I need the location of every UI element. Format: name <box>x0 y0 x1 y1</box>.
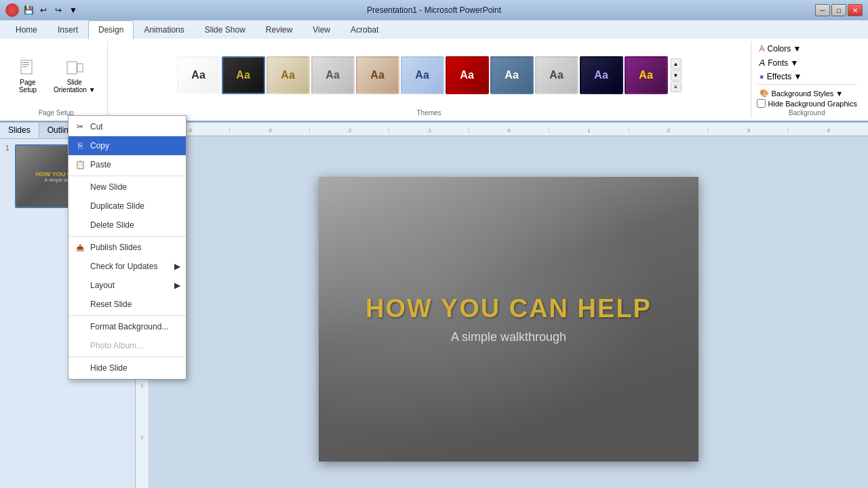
theme-opulent[interactable]: Aa <box>625 56 668 94</box>
background-content: A Colors ▼ A Fonts ▼ ● Effects ▼ 🎨 <box>757 43 857 108</box>
theme-apex[interactable]: Aa <box>222 56 265 94</box>
ctx-format-bg-label: Format Background... <box>90 322 168 331</box>
effects-label: Effects ▼ <box>767 72 802 81</box>
page-setup-button[interactable]: Page Setup <box>11 54 45 97</box>
ctx-photo-album: Photo Album... <box>68 336 186 355</box>
theme-scroll-buttons: ▲ ▼ ≡ <box>671 58 682 92</box>
ctx-hide-slide[interactable]: Hide Slide <box>68 359 186 378</box>
ctx-publish-label: Publish Slides <box>90 243 141 252</box>
theme-concourse[interactable]: Aa <box>311 56 355 94</box>
canvas-area[interactable]: HOW YOU CAN HELP A simple walkthrough <box>149 136 868 488</box>
ribbon-group-pagesetup: Page Setup Slide Orientation ▼ Page Setu… <box>5 41 108 118</box>
theme-median[interactable]: Aa <box>490 56 534 94</box>
slide-main-title[interactable]: HOW YOU CAN HELP <box>366 294 652 323</box>
slide-canvas[interactable]: HOW YOU CAN HELP A simple walkthrough <box>319 177 698 462</box>
theme-civic[interactable]: Aa <box>267 56 310 94</box>
quick-access-toolbar: 💾 ↩ ↪ ▼ <box>22 3 80 17</box>
fonts-label: Fonts ▼ <box>768 58 798 68</box>
orientation-label2: Orientation ▼ <box>54 86 96 94</box>
ctx-sep-3 <box>68 315 186 316</box>
ctx-reset[interactable]: Reset Slide <box>68 295 186 314</box>
tab-review[interactable]: Review <box>256 20 302 39</box>
bg-styles-icon: 🎨 <box>760 89 769 98</box>
app-body: Slides Outline ✕ 1 HOW YOU CAN HELP A si… <box>0 123 868 488</box>
bg-styles-label: Background Styles ▼ <box>772 89 844 98</box>
hide-bg-checkbox[interactable] <box>757 99 766 108</box>
maximize-button[interactable]: □ <box>831 4 846 16</box>
page-setup-label: Page <box>20 79 35 86</box>
slide-number: 1 <box>5 144 9 152</box>
fonts-icon: A <box>760 58 766 68</box>
tab-view[interactable]: View <box>302 20 340 39</box>
svg-rect-3 <box>22 66 27 67</box>
page-setup-label2: Setup <box>19 86 37 94</box>
context-menu: ✂ Cut ⎘ Copy 📋 Paste New Slide Duplicate… <box>68 115 186 380</box>
tab-insert[interactable]: Insert <box>47 20 88 39</box>
theme-metro[interactable]: Aa <box>535 56 578 94</box>
ctx-delete[interactable]: Delete Slide <box>68 216 186 235</box>
ctx-copy[interactable]: ⎘ Copy <box>68 136 186 155</box>
effects-icon: ● <box>760 72 764 81</box>
ruler-horizontal: -4 -3 -2 -1 0 1 2 3 4 <box>136 123 868 136</box>
ctx-format-bg[interactable]: Format Background... <box>68 317 186 336</box>
tab-animations[interactable]: Animations <box>134 20 194 39</box>
colors-label: Colors ▼ <box>768 44 802 54</box>
background-styles-button[interactable]: 🎨 Background Styles ▼ <box>757 87 857 99</box>
theme-flow[interactable]: Aa <box>401 56 444 94</box>
ctx-check-updates[interactable]: Check for Updates ▶ <box>68 257 186 276</box>
ctx-photo-album-label: Photo Album... <box>90 341 143 350</box>
format-bg-icon <box>74 321 86 333</box>
qat-undo[interactable]: ↩ <box>37 3 50 17</box>
svg-rect-2 <box>22 64 29 65</box>
main-area: -4 -3 -2 -1 0 1 2 3 4 -3-2-10123 <box>136 123 868 488</box>
ctx-new-slide[interactable]: New Slide <box>68 178 186 197</box>
layout-icon <box>74 279 86 291</box>
colors-button[interactable]: A Colors ▼ <box>757 43 805 55</box>
ribbon-content: Page Setup Slide Orientation ▼ Page Setu… <box>0 39 868 122</box>
new-slide-icon <box>74 181 86 193</box>
ctx-check-updates-label: Check for Updates <box>90 262 157 271</box>
tab-acrobat[interactable]: Acrobat <box>340 20 389 39</box>
pagesetup-buttons: Page Setup Slide Orientation ▼ <box>11 43 102 108</box>
theme-scroll-down[interactable]: ▼ <box>671 70 682 81</box>
title-bar-left: 💾 ↩ ↪ ▼ <box>5 3 80 17</box>
tab-home[interactable]: Home <box>5 20 47 39</box>
ctx-cut[interactable]: ✂ Cut <box>68 117 186 136</box>
close-button[interactable]: ✕ <box>848 4 863 16</box>
effects-button[interactable]: ● Effects ▼ <box>757 70 805 83</box>
theme-equity[interactable]: Aa <box>356 56 399 94</box>
fonts-button[interactable]: A Fonts ▼ <box>757 56 805 69</box>
themes-list: Aa Aa Aa Aa Aa Aa Aa Aa Aa Aa Aa <box>177 56 668 94</box>
theme-foundry[interactable]: Aa <box>446 56 489 94</box>
theme-scroll-expand[interactable]: ≡ <box>671 81 682 92</box>
app-icon <box>5 3 19 17</box>
layout-arrow: ▶ <box>174 281 180 290</box>
tab-design[interactable]: Design <box>88 20 134 39</box>
ctx-publish[interactable]: 📤 Publish Slides <box>68 238 186 257</box>
minimize-button[interactable]: ─ <box>815 4 830 16</box>
theme-module[interactable]: Aa <box>580 56 623 94</box>
ribbon: Home Insert Design Animations Slide Show… <box>0 20 868 123</box>
ctx-duplicate[interactable]: Duplicate Slide <box>68 197 186 216</box>
check-updates-arrow: ▶ <box>174 262 180 271</box>
ctx-sep-2 <box>68 236 186 237</box>
panel-tab-slides[interactable]: Slides <box>0 123 39 138</box>
theme-office[interactable]: Aa <box>177 56 220 94</box>
qat-more[interactable]: ▼ <box>66 3 80 17</box>
theme-scroll-up[interactable]: ▲ <box>671 58 682 69</box>
svg-rect-4 <box>67 62 77 74</box>
ctx-layout[interactable]: Layout ▶ <box>68 276 186 295</box>
svg-rect-1 <box>22 62 29 63</box>
tab-slideshow[interactable]: Slide Show <box>195 20 256 39</box>
slide-subtitle[interactable]: A simple walkthrough <box>451 330 566 344</box>
ctx-paste[interactable]: 📋 Paste <box>68 155 186 174</box>
qat-redo[interactable]: ↪ <box>52 3 65 17</box>
ctx-duplicate-label: Duplicate Slide <box>90 201 144 211</box>
slide-orientation-icon <box>64 57 85 79</box>
ribbon-group-background: A Colors ▼ A Fonts ▼ ● Effects ▼ 🎨 <box>751 41 863 118</box>
qat-save[interactable]: 💾 <box>22 3 35 17</box>
duplicate-icon <box>74 200 86 212</box>
themes-group-label: Themes <box>417 108 441 117</box>
slide-orientation-button[interactable]: Slide Orientation ▼ <box>47 54 102 97</box>
ctx-copy-label: Copy <box>90 141 109 150</box>
